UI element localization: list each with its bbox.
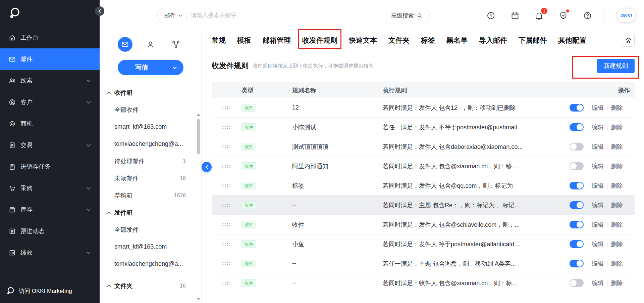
edit-link[interactable]: 编辑 xyxy=(592,260,604,268)
drag-handle[interactable] xyxy=(212,164,235,168)
nav-item-mail[interactable]: 邮件 xyxy=(0,48,100,70)
rule-toggle[interactable] xyxy=(570,104,584,112)
rule-toggle[interactable] xyxy=(570,182,584,189)
drag-handle[interactable] xyxy=(212,145,235,148)
tab-other-settings[interactable]: 其他配置 xyxy=(558,36,586,45)
edit-link[interactable]: 编辑 xyxy=(592,221,604,229)
search-bar[interactable]: 邮件 高级搜索 xyxy=(157,8,430,23)
panel-collapse-button[interactable] xyxy=(202,162,212,172)
rule-toggle[interactable] xyxy=(570,240,584,248)
edit-link[interactable]: 编辑 xyxy=(592,123,604,131)
history-button[interactable] xyxy=(486,11,495,20)
folder-item-drafts[interactable]: 草稿箱 1626 xyxy=(100,187,201,204)
drag-handle[interactable] xyxy=(212,203,235,207)
mail-sidebar-scrollbar[interactable] xyxy=(197,114,200,300)
nav-item-customers[interactable]: 客户 xyxy=(0,91,100,113)
tab-templates[interactable]: 模板 xyxy=(237,36,251,45)
folder-item-all-inbox[interactable]: 全部收件 xyxy=(100,101,201,118)
edit-link[interactable]: 编辑 xyxy=(592,240,604,248)
drag-handle[interactable] xyxy=(212,281,235,285)
okki-brand-badge[interactable]: OKKI xyxy=(617,9,635,22)
tab-mailbox-management[interactable]: 邮箱管理 xyxy=(263,36,291,45)
rule-toggle[interactable] xyxy=(570,221,584,228)
nav-item-opportunities[interactable]: 商机 xyxy=(0,113,100,134)
rule-toggle[interactable] xyxy=(570,162,584,170)
rule-toggle[interactable] xyxy=(570,143,584,150)
delete-link[interactable]: 删除 xyxy=(611,260,623,268)
edit-link[interactable]: 编辑 xyxy=(592,201,604,209)
tab-general[interactable]: 常规 xyxy=(212,36,226,45)
nav-item-workbench[interactable]: 工作台 xyxy=(0,27,100,48)
nav-item-leads[interactable]: 线索 xyxy=(0,70,100,91)
folder-item-all-sent[interactable]: 全部发件 xyxy=(100,221,201,238)
settings-layers-button[interactable] xyxy=(622,34,635,47)
delete-link[interactable]: 删除 xyxy=(611,162,623,170)
tab-subordinate-mail[interactable]: 下属邮件 xyxy=(519,36,547,45)
tab-import-mail[interactable]: 导入邮件 xyxy=(479,36,507,45)
tab-labels[interactable]: 标签 xyxy=(421,36,435,45)
nav-item-performance[interactable]: 绩效 xyxy=(0,242,100,263)
nav-item-inventory-tasks[interactable]: 进销存任务 xyxy=(0,156,100,177)
nav-item-transactions[interactable]: 交易 xyxy=(0,134,100,156)
folder-item-sent-tom[interactable]: tomxiaochengcheng@a... xyxy=(100,255,201,272)
folder-item-pending[interactable]: 待处理邮件 1 xyxy=(100,153,201,170)
drag-handle[interactable] xyxy=(212,125,235,129)
edit-link[interactable]: 编辑 xyxy=(592,279,604,287)
tab-quick-text[interactable]: 快速文本 xyxy=(349,36,377,45)
brand-logo[interactable] xyxy=(0,0,100,27)
delete-link[interactable]: 删除 xyxy=(611,240,623,248)
edit-link[interactable]: 编辑 xyxy=(592,143,604,151)
folder-group-inbox[interactable]: 收件箱 xyxy=(100,84,201,101)
calendar-button[interactable] xyxy=(510,11,520,20)
delete-link[interactable]: 删除 xyxy=(611,143,623,151)
search-input[interactable] xyxy=(191,12,387,19)
contacts-view-tab[interactable] xyxy=(143,37,158,52)
edit-link[interactable]: 编辑 xyxy=(592,182,604,190)
nav-item-inventory[interactable]: 库存 xyxy=(0,199,100,220)
advanced-search-button[interactable]: 高级搜索 xyxy=(391,12,423,19)
tab-blacklist[interactable]: 黑名单 xyxy=(446,36,468,45)
folder-item-account-tom[interactable]: tomxiaochengcheng@a... xyxy=(100,135,201,153)
drag-handle[interactable] xyxy=(212,106,235,110)
rule-toggle[interactable] xyxy=(570,260,584,267)
drag-handle[interactable] xyxy=(212,262,235,265)
compose-dropdown[interactable] xyxy=(166,66,183,69)
drag-handle[interactable] xyxy=(212,184,235,187)
drag-handle[interactable] xyxy=(212,242,235,246)
nav-item-follow-ups[interactable]: 跟进动态 xyxy=(0,220,100,242)
delete-link[interactable]: 删除 xyxy=(611,123,623,131)
scroll-down-arrow[interactable] xyxy=(197,298,200,300)
folder-group-folders[interactable]: 文件夹 16 xyxy=(100,277,201,294)
edit-link[interactable]: 编辑 xyxy=(592,104,604,112)
search-scope-dropdown[interactable]: 邮件 xyxy=(164,12,182,19)
org-view-tab[interactable] xyxy=(169,37,183,52)
folder-item-unread[interactable]: 未读邮件 16 xyxy=(100,170,201,187)
compose-button[interactable]: 写信 xyxy=(118,60,183,75)
mail-view-tab[interactable] xyxy=(118,37,132,52)
delete-link[interactable]: 删除 xyxy=(611,279,623,287)
nav-item-procurement[interactable]: 采购 xyxy=(0,177,100,199)
rule-toggle[interactable] xyxy=(570,201,584,209)
scrollbar-thumb[interactable] xyxy=(197,119,200,154)
delete-link[interactable]: 删除 xyxy=(611,104,623,112)
tab-folders[interactable]: 文件夹 xyxy=(388,36,410,45)
help-button[interactable] xyxy=(583,11,592,20)
notifications-button[interactable]: 1 xyxy=(534,11,544,20)
nav-collapse-button[interactable] xyxy=(95,6,104,16)
new-rule-button[interactable]: 新建规则 xyxy=(597,59,635,73)
delete-link[interactable]: 删除 xyxy=(611,221,623,229)
folder-item-account-163[interactable]: smart_kf@163.com xyxy=(100,118,201,135)
delete-link[interactable]: 删除 xyxy=(611,201,623,209)
delete-link[interactable]: 删除 xyxy=(611,182,623,190)
rule-row: 收件 小鱼 若同时满足：发件人 等于postmaster@atlanticatd… xyxy=(212,234,635,254)
folder-item-sent-163[interactable]: smart_kf@163.com xyxy=(100,238,201,255)
folder-group-outbox[interactable]: 发件箱 xyxy=(100,204,201,221)
edit-link[interactable]: 编辑 xyxy=(592,162,604,170)
okki-marketing-link[interactable]: 访问 OKKI Marketing xyxy=(0,279,100,303)
rule-toggle[interactable] xyxy=(570,123,584,131)
drag-handle[interactable] xyxy=(212,223,235,226)
tab-send-receive-rules[interactable]: 收发件规则 xyxy=(302,36,337,45)
rule-toggle[interactable] xyxy=(570,279,584,287)
scroll-up-arrow[interactable] xyxy=(197,114,200,116)
security-button[interactable] xyxy=(558,11,568,20)
